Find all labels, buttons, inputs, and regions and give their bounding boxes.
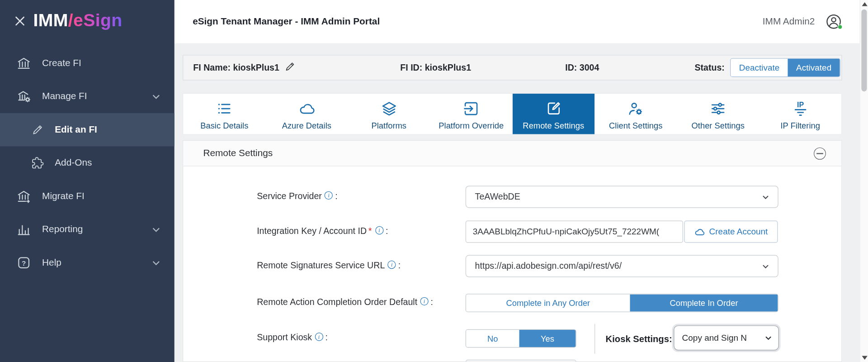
panel-title: Remote Settings (203, 148, 273, 159)
tab-platform-override[interactable]: Platform Override (430, 94, 512, 134)
chevron-down-icon (761, 262, 770, 271)
sidebar-item-add-ons[interactable]: Add-Ons (0, 146, 175, 180)
service-provider-select[interactable]: TeAWebDE (466, 186, 778, 208)
edit-document-icon (545, 100, 562, 117)
chevron-down-icon (150, 257, 162, 269)
panel-header: Remote Settings (183, 141, 841, 166)
status-group: Status: Deactivate Activated (694, 58, 840, 77)
info-icon[interactable] (387, 261, 396, 269)
integration-key-input[interactable] (466, 221, 683, 243)
sidebar-item-edit-an-fi[interactable]: Edit an FI (0, 113, 175, 147)
svg-text:IP: IP (797, 100, 804, 109)
edit-fi-name-icon[interactable] (284, 61, 295, 72)
kiosk-settings-value: Copy and Sign N (682, 333, 747, 343)
pencil-icon (32, 124, 44, 136)
tab-basic-details[interactable]: Basic Details (183, 94, 265, 134)
kiosk-yes-option[interactable]: Yes (519, 330, 576, 347)
divider (594, 324, 595, 353)
kiosk-settings-label: Kiosk Settings: (606, 334, 672, 344)
bar-chart-icon (17, 222, 31, 237)
scroll-up-arrow[interactable] (862, 2, 868, 6)
app-window: IMM/eSign Create FI Manage FI (0, 0, 868, 362)
service-provider-value: TeAWebDE (475, 192, 520, 202)
sidebar-item-label: Reporting (42, 224, 83, 235)
user-gear-icon (627, 100, 644, 117)
tab-label: Other Settings (692, 121, 745, 130)
bank-gear-icon (17, 89, 31, 104)
chevron-down-icon (150, 90, 162, 103)
required-mark: * (368, 226, 372, 236)
activated-button[interactable]: Activated (788, 59, 840, 76)
brand-logo-esign: /eSign (68, 10, 123, 30)
tab-ip-filtering[interactable]: IP IP Filtering (759, 94, 841, 134)
page-title: eSign Tenant Manager - IMM Admin Portal (193, 16, 380, 28)
create-account-button[interactable]: Create Account (684, 221, 778, 243)
tab-platforms[interactable]: Platforms (348, 94, 430, 134)
collapse-panel-icon[interactable] (814, 148, 826, 160)
info-icon[interactable] (375, 226, 383, 234)
complete-in-order-option[interactable]: Complete In Order (630, 295, 778, 312)
remote-url-select[interactable]: https://api.adobesign.com/api/rest/v6/ (466, 255, 778, 277)
arrow-into-box-icon (463, 100, 480, 117)
sidebar-item-label: Edit an FI (55, 124, 97, 135)
tab-remote-settings[interactable]: Remote Settings (512, 94, 594, 134)
tab-bar: Basic Details Azure Details Platforms Pl… (183, 93, 842, 135)
chevron-down-icon (761, 193, 770, 202)
tab-client-settings[interactable]: Client Settings (594, 94, 677, 134)
remote-url-label: Remote Signatures Service URL: (257, 261, 401, 273)
layers-icon (381, 100, 397, 117)
sidebar: IMM/eSign Create FI Manage FI (0, 0, 175, 362)
tab-azure-details[interactable]: Azure Details (265, 94, 348, 134)
next-control-partial (466, 360, 576, 362)
tab-label: Basic Details (200, 121, 248, 130)
sliders-icon (710, 100, 726, 117)
sidebar-item-label: Help (42, 257, 61, 268)
sidebar-item-manage-fi[interactable]: Manage FI (0, 80, 175, 113)
tab-other-settings[interactable]: Other Settings (677, 94, 759, 134)
top-bar: eSign Tenant Manager - IMM Admin Portal … (175, 0, 868, 43)
info-icon[interactable] (315, 333, 323, 341)
sidebar-item-help[interactable]: ? Help (0, 246, 175, 280)
deactivate-button[interactable]: Deactivate (731, 59, 788, 76)
integration-key-label: Integration Key / Account ID*: (257, 226, 388, 238)
sidebar-item-migrate-fi[interactable]: Migrate FI (0, 180, 175, 213)
page-scrollbar[interactable] (860, 0, 868, 362)
kiosk-no-option[interactable]: No (466, 330, 519, 347)
tab-label: Client Settings (609, 121, 662, 130)
sidebar-item-reporting[interactable]: Reporting (0, 213, 175, 246)
status-toggle: Deactivate Activated (730, 58, 840, 77)
fi-info-bar: FI Name: kioskPlus1 FI ID: kioskPlus1 ID… (183, 55, 842, 80)
sidebar-item-label: Add-Ons (55, 157, 92, 169)
service-provider-label: Service Provider: (257, 191, 338, 204)
help-icon: ? (17, 256, 31, 270)
remote-url-value: https://api.adobesign.com/api/rest/v6/ (475, 261, 622, 271)
tab-label: Remote Settings (523, 121, 584, 130)
create-account-label: Create Account (709, 227, 768, 237)
sidebar-item-create-fi[interactable]: Create FI (0, 47, 175, 80)
info-icon[interactable] (325, 191, 333, 200)
cloud-icon (694, 226, 705, 237)
status-label: Status: (694, 62, 724, 72)
tab-label: Azure Details (282, 121, 331, 130)
support-kiosk-label: Support Kiosk: (257, 333, 328, 345)
bank-migrate-icon (17, 189, 31, 204)
close-sidebar-icon[interactable] (13, 14, 26, 28)
tab-label: IP Filtering (781, 121, 820, 130)
fi-id-label: FI ID: kioskPlus1 (400, 62, 471, 72)
complete-any-order-option[interactable]: Complete in Any Order (466, 295, 630, 312)
scrollbar-thumb[interactable] (861, 10, 867, 91)
remote-settings-panel: Remote Settings Service Provider: TeAWeb… (183, 140, 842, 362)
puzzle-icon (32, 157, 44, 169)
online-status-dot (838, 24, 843, 29)
sidebar-item-label: Create FI (42, 57, 81, 69)
sidebar-item-label: Manage FI (42, 91, 87, 102)
brand-logo-imm: IMM (33, 10, 68, 30)
id-label: ID: 3004 (565, 62, 599, 72)
info-icon[interactable] (420, 297, 428, 305)
ip-filter-icon: IP (792, 100, 809, 117)
brand-logo: IMM/eSign (33, 10, 122, 30)
scroll-down-arrow[interactable] (862, 356, 868, 360)
sidebar-nav: Create FI Manage FI Edit an FI (0, 47, 175, 280)
list-icon (216, 100, 233, 117)
kiosk-settings-select[interactable]: Copy and Sign N (674, 325, 779, 350)
